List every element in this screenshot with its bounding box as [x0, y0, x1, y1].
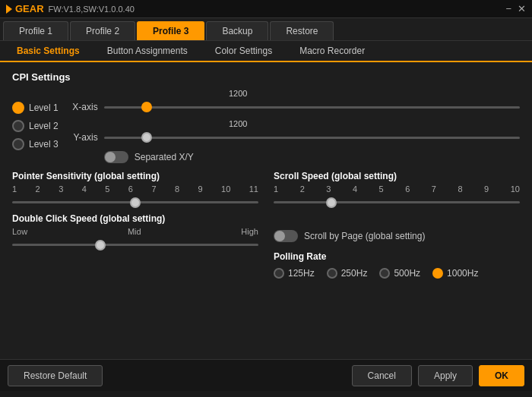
separated-xy-label: Separated X/Y	[135, 152, 194, 162]
scroll-scale-7: 7	[432, 184, 436, 194]
pointer-scale-1: 1	[12, 184, 17, 194]
pointer-scale-2: 2	[36, 184, 40, 194]
scroll-by-page-knob	[274, 231, 285, 241]
polling-option-3[interactable]: 1000Hz	[432, 268, 478, 279]
bottom-bar: Restore Default Cancel Apply OK	[0, 359, 532, 391]
sub-tab-macro[interactable]: Macro Recorder	[286, 41, 378, 62]
window-controls: − ✕	[505, 3, 526, 14]
fw-info: FW:V1.8,SW:V1.0.0.40	[49, 5, 135, 14]
pointer-scale-11: 11	[249, 184, 258, 194]
pointer-scale-7: 7	[151, 184, 156, 194]
scroll-scale-9: 9	[484, 184, 489, 194]
logo-triangle	[6, 5, 12, 14]
bottom-center: Cancel Apply	[352, 365, 473, 386]
pointer-sensitivity-block: Pointer Sensitivity (global setting) 123…	[12, 171, 258, 206]
dcs-mid: Mid	[128, 227, 141, 236]
apply-button[interactable]: Apply	[418, 365, 473, 386]
cpi-section: Level 1Level 2Level 3 X-axis 1200 Y-axis…	[12, 89, 520, 163]
profile-tab-profile2[interactable]: Profile 2	[70, 21, 135, 40]
scroll-scale-3: 3	[326, 184, 331, 194]
dcs-high: High	[241, 227, 258, 236]
cpi-level-label-1: Level 1	[29, 102, 59, 113]
cpi-level-radio-3	[12, 138, 24, 150]
y-axis-slider[interactable]	[104, 137, 520, 139]
scroll-scale-row: 12345678910	[274, 184, 520, 194]
polling-label-0: 125Hz	[288, 268, 315, 279]
pointer-scale-9: 9	[198, 184, 203, 194]
cpi-level-1[interactable]: Level 1	[12, 102, 59, 114]
app-name: GEAR	[15, 3, 44, 14]
profile-tab-restore[interactable]: Restore	[270, 21, 334, 40]
cpi-level-label-2: Level 2	[29, 121, 59, 131]
titlebar: GEAR FW:V1.8,SW:V1.0.0.40 − ✕	[0, 0, 532, 18]
restore-default-button[interactable]: Restore Default	[8, 365, 103, 386]
close-button[interactable]: ✕	[518, 3, 526, 14]
pointer-scale-8: 8	[175, 184, 179, 194]
dcs-labels: Low Mid High	[12, 227, 258, 236]
pointer-sensitivity-title: Pointer Sensitivity (global setting)	[12, 171, 258, 181]
polling-option-1[interactable]: 250Hz	[327, 268, 368, 279]
x-axis-slider[interactable]	[104, 106, 520, 109]
polling-label-1: 250Hz	[341, 268, 368, 279]
scroll-scale-1: 1	[274, 184, 278, 194]
right-column-block: Scroll by Page (global setting) Polling …	[274, 213, 520, 279]
double-click-slider[interactable]	[12, 244, 258, 246]
scroll-speed-slider[interactable]	[274, 201, 520, 203]
app-logo: GEAR	[6, 3, 44, 14]
sub-tab-button[interactable]: Button Assignments	[93, 41, 201, 62]
cancel-button[interactable]: Cancel	[352, 365, 412, 386]
polling-label-2: 500Hz	[394, 268, 420, 279]
scroll-speed-title: Scroll Speed (global setting)	[274, 171, 520, 181]
scroll-scale-2: 2	[300, 184, 305, 194]
separated-xy-row: Separated X/Y	[104, 151, 520, 163]
polling-radio-0	[274, 268, 284, 279]
pointer-scale-6: 6	[128, 184, 133, 194]
profile-tab-backup[interactable]: Backup	[206, 21, 268, 40]
settings-grid: Pointer Sensitivity (global setting) 123…	[12, 171, 520, 279]
cpi-level-2[interactable]: Level 2	[12, 120, 59, 132]
pointer-scale-10: 10	[221, 184, 230, 194]
bottom-right: OK	[479, 365, 524, 386]
scroll-scale-5: 5	[379, 184, 384, 194]
polling-option-0[interactable]: 125Hz	[274, 268, 315, 279]
scroll-by-page-toggle[interactable]	[274, 230, 298, 242]
profile-tabs: Profile 1Profile 2Profile 3BackupRestore	[0, 18, 532, 41]
cpi-sliders: X-axis 1200 Y-axis 1200 Separated X/Y	[68, 89, 520, 163]
cpi-level-radio-2	[12, 120, 24, 132]
double-click-title: Double Click Speed (global setting)	[12, 213, 258, 224]
scroll-by-page-row: Scroll by Page (global setting)	[274, 230, 520, 242]
polling-label-3: 1000Hz	[447, 268, 478, 279]
cpi-level-label-3: Level 3	[29, 139, 59, 150]
pointer-scale-5: 5	[105, 184, 109, 194]
cpi-levels: Level 1Level 2Level 3	[12, 89, 59, 163]
cpi-level-radio-1	[12, 102, 24, 114]
pointer-scale-4: 4	[82, 184, 87, 194]
polling-option-2[interactable]: 500Hz	[379, 268, 420, 279]
polling-rate-title: Polling Rate	[274, 251, 520, 262]
ok-button[interactable]: OK	[479, 365, 524, 386]
pointer-sensitivity-slider[interactable]	[12, 201, 258, 203]
scroll-scale-6: 6	[405, 184, 410, 194]
cpi-level-3[interactable]: Level 3	[12, 138, 59, 150]
double-click-block: Double Click Speed (global setting) Low …	[12, 213, 258, 279]
scroll-scale-10: 10	[511, 184, 520, 194]
profile-tab-profile3[interactable]: Profile 3	[137, 21, 204, 40]
y-axis-slider-container: 1200	[104, 130, 520, 145]
y-axis-value: 1200	[229, 119, 247, 128]
main-content: CPI Settings Level 1Level 2Level 3 X-axi…	[0, 62, 532, 359]
pointer-scale-3: 3	[59, 184, 63, 194]
y-axis-label: Y-axis	[68, 132, 98, 143]
profile-tab-profile1[interactable]: Profile 1	[3, 21, 68, 40]
sub-tab-color[interactable]: Color Settings	[201, 41, 286, 62]
polling-section: Polling Rate 125Hz250Hz500Hz1000Hz	[274, 251, 520, 279]
toggle-knob	[105, 152, 116, 162]
separated-xy-toggle[interactable]	[104, 151, 128, 163]
minimize-button[interactable]: −	[505, 3, 511, 14]
sub-tab-basic[interactable]: Basic Settings	[3, 41, 93, 62]
cpi-section-title: CPI Settings	[12, 71, 520, 83]
scroll-scale-8: 8	[458, 184, 462, 194]
sub-tabs: Basic SettingsButton AssignmentsColor Se…	[0, 41, 532, 62]
x-axis-row: X-axis 1200	[68, 99, 520, 115]
polling-radio-1	[327, 268, 337, 279]
scroll-speed-block: Scroll Speed (global setting) 1234567891…	[274, 171, 520, 206]
